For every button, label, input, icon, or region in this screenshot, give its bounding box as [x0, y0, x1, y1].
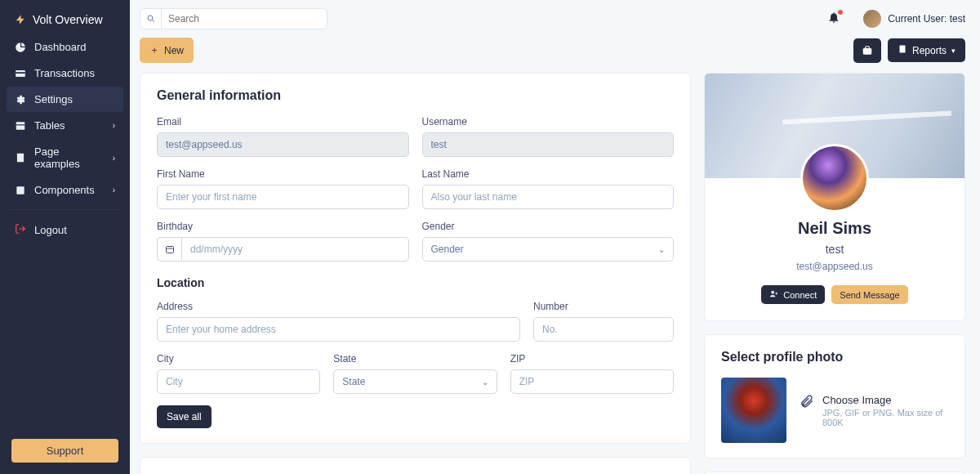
document-icon [898, 44, 907, 56]
sidebar-item-components[interactable]: Components › [7, 177, 123, 203]
profile-card: Neil Sims test test@appseed.us Connect S… [704, 73, 965, 321]
birthday-input[interactable] [157, 237, 409, 262]
address-field[interactable] [157, 317, 520, 342]
zip-field[interactable] [510, 369, 674, 394]
action-row: ＋ New Reports ▾ [130, 29, 980, 73]
send-message-button[interactable]: Send Message [831, 285, 907, 304]
sidebar-item-transactions[interactable]: Transactions [7, 60, 123, 86]
state-select[interactable]: State ⌄ [333, 369, 497, 394]
city-field[interactable] [157, 369, 320, 394]
sidebar-item-label: Settings [34, 93, 73, 105]
state-value: State [342, 376, 365, 387]
svg-point-7 [148, 16, 153, 20]
number-field[interactable] [533, 317, 674, 342]
save-all-button[interactable]: Save all [157, 405, 212, 428]
gender-value: Gender [431, 244, 464, 255]
brand-label: Volt Overview [33, 13, 103, 26]
sidebar-item-label: Dashboard [34, 41, 87, 53]
chevron-down-icon: ▾ [951, 47, 956, 55]
cover-image [705, 74, 964, 178]
sidebar-item-settings[interactable]: Settings [7, 87, 123, 112]
general-heading: General information [157, 88, 674, 103]
svg-rect-9 [863, 48, 872, 55]
reports-button[interactable]: Reports ▾ [888, 38, 965, 62]
chevron-down-icon: ⌄ [482, 378, 488, 387]
box-icon [15, 185, 26, 196]
choose-label: Choose Image [822, 394, 948, 406]
pie-icon [15, 42, 26, 53]
location-heading: Location [157, 276, 674, 289]
chevron-right-icon: › [113, 154, 115, 163]
last-name-label: Last Name [422, 168, 675, 180]
sidebar-item-label: Page examples [34, 145, 105, 170]
svg-rect-6 [16, 186, 24, 194]
svg-rect-11 [166, 247, 173, 253]
svg-line-8 [152, 20, 154, 23]
first-name-field[interactable] [157, 185, 409, 209]
profile-role: test [718, 243, 951, 256]
username-field [422, 132, 675, 157]
sidebar-item-label: Components [34, 184, 95, 196]
choose-image-button[interactable]: Choose Image JPG, GIF or PNG. Max size o… [800, 394, 948, 427]
birthday-field[interactable] [181, 237, 409, 262]
profile-photo-card: Select profile photo Choose Image JPG, G… [704, 334, 965, 458]
gender-select[interactable]: Gender ⌄ [422, 237, 675, 262]
profile-name: Neil Sims [718, 219, 951, 238]
svg-rect-10 [899, 46, 905, 53]
state-label: State [333, 353, 497, 364]
search-input[interactable] [140, 8, 327, 29]
general-info-card: General information Email Username First… [140, 73, 691, 444]
nav: Dashboard Transactions Settings Tables ›… [0, 34, 130, 203]
svg-rect-5 [17, 154, 24, 163]
city-label: City [157, 353, 320, 364]
col-right: Neil Sims test test@appseed.us Connect S… [704, 73, 965, 474]
first-name-label: First Name [157, 168, 409, 180]
connect-label: Connect [783, 290, 817, 300]
search-field[interactable] [162, 13, 327, 25]
page-icon [15, 152, 26, 163]
reports-label: Reports [912, 45, 947, 56]
main: Current User: test ＋ New Reports ▾ Gener… [130, 0, 980, 474]
topbar: Current User: test [130, 0, 980, 29]
logout-icon [15, 223, 26, 237]
brand[interactable]: Volt Overview [0, 7, 130, 34]
last-name-field[interactable] [422, 185, 675, 209]
user-plus-icon [769, 289, 778, 300]
svg-rect-3 [16, 122, 25, 129]
support-button[interactable]: Support [11, 439, 118, 463]
email-label: Email [157, 116, 409, 127]
logout-button[interactable]: Logout [0, 217, 130, 244]
search-icon [140, 9, 162, 29]
sidebar-item-page-examples[interactable]: Page examples › [7, 139, 123, 177]
new-label: New [164, 45, 184, 56]
photo-thumbnail [721, 378, 786, 443]
svg-point-13 [772, 291, 775, 294]
new-button[interactable]: ＋ New [140, 38, 194, 63]
address-label: Address [157, 301, 520, 312]
birthday-label: Birthday [157, 221, 409, 232]
alerts-card: Alerts & Notifications [140, 457, 691, 474]
bolt-icon [15, 14, 26, 25]
sidebar-item-tables[interactable]: Tables › [7, 113, 123, 138]
username-label: Username [422, 116, 675, 127]
plus-icon: ＋ [149, 43, 159, 57]
sidebar-item-label: Tables [34, 119, 65, 132]
col-left: General information Email Username First… [140, 73, 691, 474]
gear-icon [15, 94, 26, 105]
number-label: Number [533, 301, 674, 312]
choose-hint: JPG, GIF or PNG. Max size of 800K [822, 408, 948, 427]
logout-label: Logout [34, 224, 67, 236]
divider [10, 209, 120, 210]
connect-button[interactable]: Connect [761, 285, 825, 304]
paperclip-icon [800, 394, 814, 411]
notifications-button[interactable] [827, 11, 844, 27]
sidebar-item-dashboard[interactable]: Dashboard [7, 34, 123, 60]
sidebar-item-label: Transactions [34, 67, 95, 79]
current-user-menu[interactable]: Current User: test [863, 10, 965, 28]
profile-email: test@appseed.us [718, 261, 951, 272]
content: General information Email Username First… [130, 73, 980, 474]
chevron-right-icon: › [113, 121, 115, 130]
zip-label: ZIP [510, 353, 674, 364]
profile-avatar [800, 144, 869, 212]
briefcase-button[interactable] [853, 38, 881, 63]
